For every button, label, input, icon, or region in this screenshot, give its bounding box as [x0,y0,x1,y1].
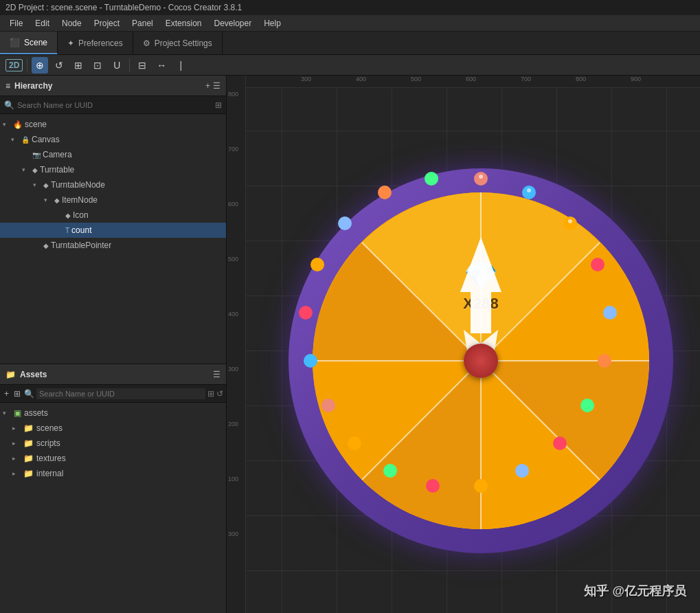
assets-search-input[interactable] [36,388,205,399]
ruler-mark-700: 700 [228,146,238,153]
node-icon-turntable: ◆ [32,166,38,174]
assets-arrow-scripts: ▸ [12,440,21,447]
toolbar-rotate-btn[interactable]: ↺ [51,57,67,74]
tab-bar: ⬛ Scene ✦ Preferences ⚙ Project Settings [0,32,700,55]
menu-bar: File Edit Node Project Panel Extension D… [0,15,700,32]
asset-item-scripts[interactable]: ▸ 📁 scripts [0,436,226,451]
toolbar-pipe-btn[interactable]: | [172,57,189,74]
asset-item-internal[interactable]: ▸ 📁 internal [0,466,226,481]
2d-badge: 2D [5,59,23,71]
node-icon-icon: ◆ [65,212,71,219]
hierarchy-search-filter-btn[interactable]: ⊞ [215,100,222,110]
tree-item-turntable[interactable]: ▾ ◆ Turntable [0,162,226,177]
ruler-mark-300: 300 [301,76,311,82]
hierarchy-title: ≡ Hierarchy [5,81,52,91]
asset-item-textures[interactable]: ▸ 📁 textures [0,451,226,466]
tab-preferences[interactable]: ✦ Preferences [58,32,133,54]
menu-panel[interactable]: Panel [126,17,159,30]
folder-icon-assets: ▣ [14,408,21,418]
node-icon-count: T [65,227,69,234]
hierarchy-menu-btn[interactable]: ☰ [213,81,221,91]
assets-title: 📁 Assets [5,370,47,379]
tree-label-canvas: Canvas [32,135,60,144]
assets-add-btn[interactable]: + [3,389,10,399]
ruler-mark-100: 100 [228,476,238,482]
wheel-container: 💎 X288 [282,89,680,613]
assets-arrow-scenes: ▸ [12,425,21,432]
menu-edit[interactable]: Edit [30,17,55,30]
hierarchy-icon: ≡ [5,81,10,91]
scene-view[interactable]: 300 400 500 600 700 800 900 800 700 600 … [227,76,700,613]
wheel-pointer [481,361,536,500]
tree-label-count: count [71,225,91,235]
ruler-mark-800: 800 [228,91,238,98]
menu-file[interactable]: File [4,17,28,30]
toolbar-u-btn[interactable]: U [109,57,125,74]
scene-toolbar: 2D ⊕ ↺ ⊞ ⊡ U ⊟ ↔ | [0,55,700,76]
ruler-mark-300b: 300 [228,531,238,537]
menu-project[interactable]: Project [89,17,125,30]
assets-search-icon: 🔍 [24,389,34,399]
toolbar-anchor-btn[interactable]: ⊟ [134,57,150,74]
tree-item-canvas[interactable]: ▾ 🔒 Canvas [0,132,226,147]
lock-icon: 🔒 [21,136,30,144]
tab-scene[interactable]: ⬛ Scene [0,32,58,54]
assets-arrow-internal: ▸ [12,470,21,477]
asset-item-scenes[interactable]: ▸ 📁 scenes [0,421,226,436]
tree-item-camera[interactable]: 📷 Camera [0,147,226,162]
menu-node[interactable]: Node [56,17,87,30]
folder-icon-scenes: 📁 [23,423,34,433]
tree-item-itemnode[interactable]: ▾ ◆ ItemNode [0,192,226,208]
tree-item-icon[interactable]: ◆ Icon [0,208,226,223]
ruler-mark-600: 600 [466,76,476,82]
node-icon-itemnode: ◆ [54,197,60,204]
title-bar: 2D Project : scene.scene - TurntableDemo… [0,0,700,15]
ruler-mark-400: 400 [228,311,238,317]
assets-sort-btn[interactable]: ⊞ [12,389,22,399]
tree-item-count[interactable]: T count [0,223,226,238]
scene-tab-label: Scene [24,38,47,47]
tree-item-scene[interactable]: ▾ 🔥 scene [0,117,226,132]
preferences-tab-icon: ✦ [67,38,74,48]
ruler-mark-400: 400 [356,76,366,82]
folder-icon-textures: 📁 [23,454,34,463]
tree-arrow-canvas: ▾ [11,136,19,143]
ruler-top: 300 400 500 600 700 800 900 [246,76,700,88]
menu-extension[interactable]: Extension [160,17,207,30]
tree-label-pointer: TurntablePointer [51,241,111,250]
hierarchy-label: Hierarchy [14,81,52,91]
tree-item-turntablepointer[interactable]: ◆ TurntablePointer [0,238,226,253]
asset-label-assets: assets [24,408,48,418]
toolbar-sep-2 [129,58,130,72]
assets-refresh-btn[interactable]: ↺ [216,389,223,399]
assets-tree: ▾ ▣ assets ▸ 📁 scenes ▸ 📁 scripts [0,403,226,613]
tree-item-turntablenode[interactable]: ▾ ◆ TurntableNode [0,177,226,192]
assets-arrow-assets: ▾ [3,410,11,416]
assets-label: Assets [20,370,47,379]
tree-label-turntablenode: TurntableNode [51,180,105,190]
title-text: 2D Project : scene.scene - TurntableDemo… [5,3,242,12]
tab-project-settings[interactable]: ⚙ Project Settings [133,32,223,54]
menu-developer[interactable]: Developer [208,17,257,30]
hierarchy-add-btn[interactable]: + [205,81,210,91]
left-panel: ≡ Hierarchy + ☰ 🔍 ⊞ ▾ 🔥 scene [0,76,227,613]
assets-icon: 📁 [5,370,16,379]
asset-label-internal: internal [36,469,63,478]
asset-label-scripts: scripts [36,438,60,448]
assets-panel: 📁 Assets ☰ + ⊞ 🔍 ⊞ ↺ ▾ ▣ a [0,364,226,613]
assets-header: 📁 Assets ☰ [0,364,226,385]
toolbar-rect-btn[interactable]: ⊡ [89,57,106,74]
assets-menu-btn[interactable]: ☰ [213,370,221,379]
asset-item-assets[interactable]: ▾ ▣ assets [0,405,226,421]
toolbar-scale-btn[interactable]: ⊞ [70,57,87,74]
toolbar-align-btn[interactable]: ↔ [153,57,170,74]
toolbar-move-btn[interactable]: ⊕ [32,57,48,74]
tree-label-icon: Icon [73,210,89,220]
hierarchy-search-icon: 🔍 [4,100,14,110]
folder-icon-scripts: 📁 [23,438,34,448]
hierarchy-search-input[interactable] [17,101,212,109]
assets-filter-btn[interactable]: ⊞ [207,389,214,399]
wheel-outer-ring: 💎 X288 [289,168,673,553]
toolbar-sep-1 [27,58,27,72]
menu-help[interactable]: Help [258,17,286,30]
